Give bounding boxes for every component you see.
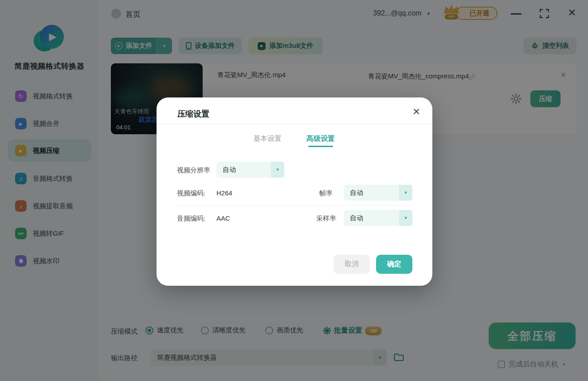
app-window: ▶ 简鹿视频格式转换器 ↻ 视频格式转换 ▶ 视频合并 ▶ 视频压缩 ♫ 音频格… — [0, 0, 588, 381]
video-codec-label: 视频编码: — [177, 189, 205, 198]
chevron-down-icon: ▼ — [399, 210, 412, 226]
modal-header-divider — [157, 124, 432, 124]
modal-row-divider — [176, 205, 413, 206]
resolution-select[interactable]: 自动 ▼ — [216, 162, 284, 178]
framerate-label: 帧率 — [319, 189, 333, 198]
video-codec-value: H264 — [216, 189, 232, 197]
samplerate-select[interactable]: 自动 ▼ — [344, 210, 412, 226]
chevron-down-icon: ▼ — [399, 185, 412, 201]
audio-codec-label: 音频编码: — [177, 214, 205, 223]
chevron-down-icon: ▼ — [271, 162, 284, 178]
samplerate-label: 采样率 — [316, 214, 336, 223]
resolution-label: 视频分辨率 — [177, 166, 210, 175]
modal-title: 压缩设置 — [177, 109, 209, 119]
audio-codec-value: AAC — [216, 214, 230, 222]
compression-settings-modal: 压缩设置 × 基本设置 高级设置 视频分辨率 自动 ▼ 视频编码: H264 帧… — [157, 97, 432, 286]
tab-advanced-settings[interactable]: 高级设置 — [304, 134, 337, 144]
framerate-select[interactable]: 自动 ▼ — [344, 185, 412, 201]
cancel-button[interactable]: 取消 — [333, 255, 370, 274]
tab-basic-settings[interactable]: 基本设置 — [251, 134, 284, 144]
active-tab-underline — [308, 146, 333, 147]
modal-close-icon[interactable]: × — [413, 105, 420, 118]
confirm-button[interactable]: 确定 — [376, 255, 412, 274]
